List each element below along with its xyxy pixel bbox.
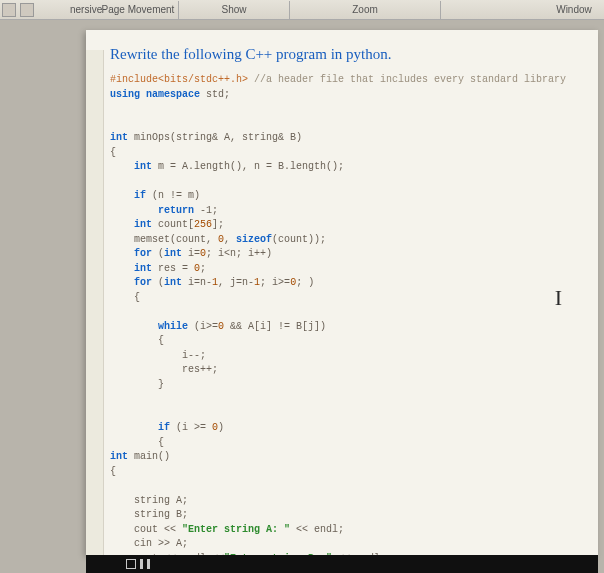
code-text: res++; bbox=[110, 364, 218, 375]
code-keyword: int bbox=[110, 132, 128, 143]
code-text: res = bbox=[152, 263, 194, 274]
code-keyword: while bbox=[110, 321, 188, 332]
document-page: Rewrite the following C++ program in pyt… bbox=[86, 30, 598, 555]
code-text: i--; bbox=[110, 350, 206, 361]
code-text: ( bbox=[152, 248, 164, 259]
question-heading: Rewrite the following C++ program in pyt… bbox=[110, 46, 584, 63]
code-keyword: int bbox=[164, 277, 182, 288]
code-comment: //a header file that includes every stan… bbox=[248, 74, 566, 85]
code-text: minOps(string& A, string& B) bbox=[128, 132, 302, 143]
code-keyword: if bbox=[110, 190, 146, 201]
code-keyword: int bbox=[110, 219, 152, 230]
code-text: string A; bbox=[110, 495, 188, 506]
toolbar-separator bbox=[440, 1, 441, 19]
code-text: cout << bbox=[110, 524, 182, 535]
taskbar-icon bbox=[147, 559, 150, 569]
code-text: #include bbox=[110, 74, 158, 85]
code-text: ; bbox=[200, 263, 206, 274]
code-text: { bbox=[110, 437, 164, 448]
code-text: ; i>= bbox=[260, 277, 290, 288]
code-block: #include<bits/stdc++.h> //a header file … bbox=[110, 73, 584, 555]
code-text: << endl; bbox=[290, 524, 344, 535]
code-text: count[ bbox=[152, 219, 194, 230]
code-keyword: for bbox=[110, 248, 152, 259]
app-toolbar: nersive Page Movement Show Zoom Window bbox=[0, 0, 604, 20]
text-cursor-icon: I bbox=[555, 285, 562, 311]
toolbar-label-show[interactable]: Show bbox=[179, 4, 289, 15]
code-text: ; i<n; i++) bbox=[206, 248, 272, 259]
page-gutter bbox=[86, 50, 104, 555]
code-text: (i>= bbox=[188, 321, 218, 332]
code-text: m = A.length(), n = B.length(); bbox=[152, 161, 344, 172]
code-text: ( bbox=[152, 277, 164, 288]
code-text: cin >> A; bbox=[110, 538, 188, 549]
code-text: { bbox=[110, 466, 116, 477]
code-text: i= bbox=[182, 248, 200, 259]
code-text: , bbox=[224, 234, 236, 245]
toolbar-label-immersive[interactable]: nersive bbox=[70, 4, 98, 15]
code-text: ) bbox=[218, 422, 224, 433]
code-text: memset(count, bbox=[110, 234, 218, 245]
code-keyword: for bbox=[110, 277, 152, 288]
code-text: && A[i] != B[j]) bbox=[224, 321, 326, 332]
taskbar-fragment bbox=[86, 555, 598, 573]
taskbar-icon bbox=[126, 559, 136, 569]
code-text: (n != m) bbox=[146, 190, 200, 201]
code-string: "Enter string A: " bbox=[182, 524, 290, 535]
code-text: main() bbox=[128, 451, 170, 462]
code-text: (count)); bbox=[272, 234, 326, 245]
code-text: { bbox=[110, 147, 116, 158]
code-text: } bbox=[110, 379, 164, 390]
code-keyword: return bbox=[110, 205, 194, 216]
toolbar-label-zoom[interactable]: Zoom bbox=[290, 4, 440, 15]
code-keyword: int bbox=[110, 161, 152, 172]
code-keyword: int bbox=[164, 248, 182, 259]
code-keyword: using namespace bbox=[110, 89, 200, 100]
toolbar-thumbs bbox=[0, 3, 70, 17]
code-text: string B; bbox=[110, 509, 188, 520]
code-text: std; bbox=[200, 89, 230, 100]
taskbar-icon bbox=[140, 559, 143, 569]
toolbar-label-page-movement[interactable]: Page Movement bbox=[98, 4, 178, 15]
code-text: -1; bbox=[194, 205, 218, 216]
code-keyword: int bbox=[110, 263, 152, 274]
code-text: , j=n- bbox=[218, 277, 254, 288]
code-text: { bbox=[110, 292, 140, 303]
code-number: 256 bbox=[194, 219, 212, 230]
thumb-icon bbox=[20, 3, 34, 17]
code-keyword: if bbox=[110, 422, 170, 433]
code-text: ]; bbox=[212, 219, 224, 230]
code-text: { bbox=[110, 335, 164, 346]
code-text: <bits/stdc++.h> bbox=[158, 74, 248, 85]
code-text: ; ) bbox=[296, 277, 314, 288]
code-keyword: int bbox=[110, 451, 128, 462]
toolbar-label-window[interactable]: Window bbox=[544, 4, 604, 15]
thumb-icon bbox=[2, 3, 16, 17]
code-text: (i >= bbox=[170, 422, 212, 433]
code-text: i=n- bbox=[182, 277, 212, 288]
code-keyword: sizeof bbox=[236, 234, 272, 245]
